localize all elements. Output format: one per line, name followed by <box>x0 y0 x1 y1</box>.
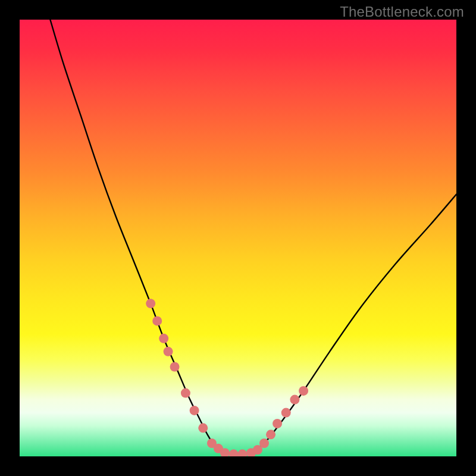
highlight-point <box>266 430 275 439</box>
highlight-point <box>214 444 223 453</box>
highlight-point <box>229 449 239 456</box>
highlight-point <box>237 449 247 456</box>
highlight-point <box>181 389 190 398</box>
highlight-point <box>273 419 282 428</box>
highlight-point <box>164 347 173 356</box>
outer-frame: TheBottleneck.com <box>0 0 476 476</box>
highlight-point <box>259 439 269 448</box>
bottleneck-curve <box>50 20 456 455</box>
highlight-point <box>207 439 217 448</box>
highlight-point <box>170 362 180 372</box>
highlight-point <box>220 448 230 456</box>
highlight-point <box>159 334 168 343</box>
highlight-point <box>152 316 162 325</box>
highlight-point <box>290 395 299 405</box>
highlight-point <box>253 445 262 455</box>
watermark-text: TheBottleneck.com <box>340 4 464 20</box>
highlight-point <box>198 423 208 433</box>
highlight-point <box>190 406 199 415</box>
highlight-markers <box>146 299 308 456</box>
highlight-point <box>246 448 256 456</box>
highlight-point <box>299 386 308 396</box>
highlight-point <box>146 299 155 308</box>
chart-svg <box>20 20 456 456</box>
highlight-point <box>281 408 291 418</box>
plot-area <box>20 20 456 456</box>
